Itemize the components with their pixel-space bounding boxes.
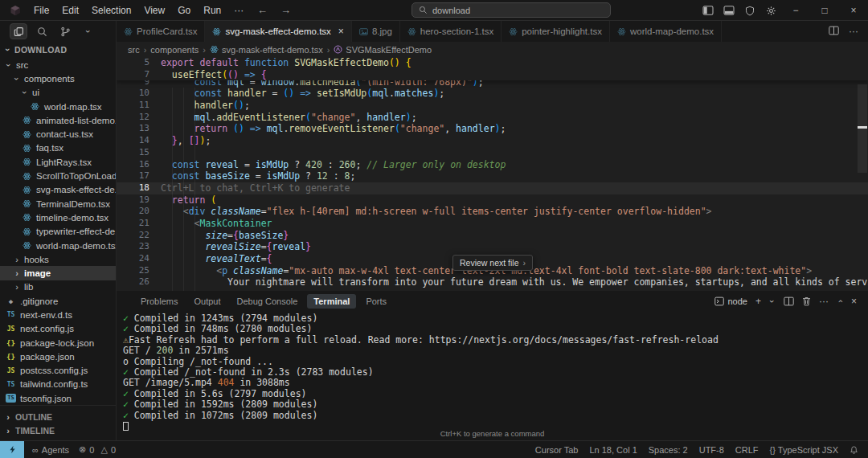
gear-icon[interactable]	[760, 0, 781, 21]
status-cursor-tab[interactable]: Cursor Tab	[535, 445, 579, 455]
tree-item-lib[interactable]: ›lib	[0, 280, 116, 294]
maximize-panel-icon[interactable]: ›	[835, 298, 845, 305]
problems-status[interactable]: ⊗ 0 △ 0	[79, 444, 116, 455]
split-editor-icon[interactable]	[829, 26, 839, 38]
tab-hero-section-1-tsx[interactable]: hero-section-1.tsx	[400, 21, 502, 42]
code-line-19[interactable]: 19 return (	[117, 194, 868, 207]
sticky-code-line-7[interactable]: 7 useEffect(() => {	[117, 69, 868, 81]
views-chevron-down-icon[interactable]: ›	[80, 23, 97, 39]
tree-item-world-map-tsx[interactable]: world-map.tsx	[0, 100, 116, 113]
tree-item-typewriter-effect-de[interactable]: typewriter-effect-de...	[0, 225, 116, 239]
shell-node-chip[interactable]: node	[714, 296, 747, 306]
menu-item-run[interactable]: Run	[197, 2, 227, 18]
breadcrumb-item-svg-mask-effect-demo-tsx[interactable]: svg-mask-effect-demo.tsx	[210, 45, 323, 55]
close-window-button[interactable]: ×	[839, 0, 868, 21]
code-line-11[interactable]: 11 handler();	[117, 100, 868, 112]
more-actions-icon[interactable]: ···	[849, 26, 858, 37]
tree-item-svg-mask-effect-de[interactable]: svg-mask-effect-de...	[0, 183, 116, 197]
close-panel-icon[interactable]: ×	[851, 296, 857, 307]
tree-item-components[interactable]: ›components	[0, 72, 116, 85]
status-typescript-jsx[interactable]: {} TypeScript JSX	[770, 445, 838, 455]
code-line-10[interactable]: 10 const handler = () => setIsMdUp(mql.m…	[117, 88, 868, 100]
layout-sidebar-icon[interactable]	[698, 0, 719, 21]
nav-forward-icon[interactable]: →	[280, 4, 291, 16]
tree-item-hooks[interactable]: ›hooks	[0, 252, 116, 266]
menu-item-view[interactable]: View	[137, 2, 171, 18]
tree-item-src[interactable]: ›src	[0, 58, 116, 72]
sidebar-section-outline[interactable]: ›OUTLINE	[0, 410, 116, 423]
agents-status[interactable]: ∞ Agents	[32, 445, 69, 455]
panel-tab-terminal[interactable]: Terminal	[307, 294, 356, 309]
breadcrumb-item-components[interactable]: components	[150, 45, 199, 55]
notifications-bell-icon[interactable]	[850, 445, 858, 455]
kill-terminal-icon[interactable]	[802, 296, 811, 306]
tree-item-tailwind-config-ts[interactable]: TStailwind.config.ts	[0, 378, 116, 391]
tree-item-faq-tsx[interactable]: faq.tsx	[0, 141, 116, 155]
layout-panel-icon[interactable]	[719, 0, 739, 21]
maximize-button[interactable]: □	[810, 0, 839, 21]
menu-item-file[interactable]: File	[27, 2, 55, 18]
tree-item-postcss-config-js[interactable]: JSpostcss.config.js	[0, 364, 116, 378]
status-ln-18-col-1[interactable]: Ln 18, Col 1	[589, 445, 637, 455]
tree-item-animated-list-demo[interactable]: animated-list-demo...	[0, 113, 116, 127]
panel-tab-output[interactable]: Output	[187, 294, 227, 309]
status-crlf[interactable]: CRLF	[735, 445, 759, 455]
command-center-search[interactable]: download	[411, 2, 611, 18]
breadcrumb-item-svgmaskeffectdemo[interactable]: SVGMaskEffectDemo	[334, 45, 432, 55]
explorer-icon[interactable]	[10, 23, 27, 39]
panel-tab-problems[interactable]: Problems	[134, 294, 184, 309]
search-view-icon[interactable]	[33, 23, 51, 39]
new-terminal-icon[interactable]: +	[755, 296, 761, 307]
tree-item-timeline-demo-tsx[interactable]: timeline-demo.tsx	[0, 211, 116, 224]
split-terminal-icon[interactable]	[784, 296, 794, 306]
menu-item-edit[interactable]: Edit	[55, 2, 85, 18]
code-line-18[interactable]: 18Ctrl+L to chat, Ctrl+K to generate	[117, 182, 868, 194]
tab-svg-mask-effect-demo-tsx[interactable]: svg-mask-effect-demo.tsx×	[205, 21, 351, 42]
status-utf-8[interactable]: UTF-8	[699, 445, 724, 455]
tree-item-ui[interactable]: ›ui	[0, 86, 116, 100]
breadcrumb-item-src[interactable]: src	[128, 45, 140, 55]
code-line-23[interactable]: 23 revealSize={reveal}	[117, 241, 868, 253]
menu-item-go[interactable]: Go	[171, 2, 197, 18]
tree-item-next-env-d-ts[interactable]: TSnext-env.d.ts	[0, 308, 116, 321]
editor-scrollbar[interactable]	[858, 84, 867, 173]
status-spaces-2[interactable]: Spaces: 2	[649, 445, 688, 455]
tab-world-map-demo-tsx[interactable]: world-map-demo.tsx	[610, 21, 722, 42]
code-line-26[interactable]: 26 Your nightmare will transform into yo…	[117, 276, 868, 288]
remote-indicator[interactable]	[0, 441, 24, 458]
panel-tab-debug-console[interactable]: Debug Console	[231, 294, 305, 309]
code-line-14[interactable]: 14 }, []);	[117, 135, 868, 147]
tab-profilecard-tsx[interactable]: ProfileCard.tsx	[117, 21, 205, 42]
code-line-17[interactable]: 17 const baseSize = isMdUp ? 12 : 8;	[117, 170, 868, 182]
panel-tab-ports[interactable]: Ports	[359, 294, 393, 309]
code-line-15[interactable]: 15	[117, 147, 868, 159]
menu-item-selection[interactable]: Selection	[85, 2, 137, 18]
tree-item-package-lock-json[interactable]: {}package-lock.json	[0, 336, 116, 350]
minimize-button[interactable]: −	[781, 0, 810, 21]
tree-item-world-map-demo-tsx[interactable]: world-map-demo.tsx	[0, 239, 116, 252]
menu-item-item[interactable]: ···	[227, 2, 250, 18]
tree-item-gitignore[interactable]: ◆.gitignore	[0, 294, 116, 308]
code-line-12[interactable]: 12 mql.addEventListener("change", handle…	[117, 112, 868, 124]
tree-item-package-json[interactable]: {}package.json	[0, 350, 116, 363]
close-tab-icon[interactable]: ×	[338, 26, 344, 37]
explorer-section-header[interactable]: › DOWNLOAD	[0, 42, 116, 58]
terminal-output[interactable]: ✓ Compiled in 1243ms (2794 modules)✓ Com…	[117, 311, 868, 431]
code-line-22[interactable]: 22 size={baseSize}	[117, 230, 868, 242]
shield-icon[interactable]	[739, 0, 760, 21]
code-line-9[interactable]: 9 const mql = window.matchMedia("(min-wi…	[117, 80, 868, 88]
code-line-20[interactable]: 20 <div className="flex h-[40rem] md:h-s…	[117, 206, 868, 218]
tree-item-tsconfig-json[interactable]: TStsconfig.json	[0, 391, 116, 405]
tree-item-image[interactable]: ›image	[0, 266, 116, 280]
code-line-21[interactable]: 21 <MaskContainer	[117, 218, 868, 230]
nav-back-icon[interactable]: ←	[257, 4, 268, 16]
code-line-16[interactable]: 16 const reveal = isMdUp ? 420 : 260; //…	[117, 159, 868, 171]
sticky-code-line-5[interactable]: 5export default function SVGMaskEffectDe…	[117, 57, 868, 69]
tab-pointer-highlight-tsx[interactable]: pointer-highlight.tsx	[502, 21, 610, 42]
code-line-13[interactable]: 13 return () => mql.removeEventListener(…	[117, 123, 868, 135]
tree-item-contact-us-tsx[interactable]: contact-us.tsx	[0, 127, 116, 141]
code-editor[interactable]: 5export default function SVGMaskEffectDe…	[117, 57, 868, 291]
review-next-file-button[interactable]: Review next file ›	[452, 255, 533, 271]
panel-more-icon[interactable]: ···	[819, 296, 829, 307]
source-control-icon[interactable]	[56, 23, 74, 39]
